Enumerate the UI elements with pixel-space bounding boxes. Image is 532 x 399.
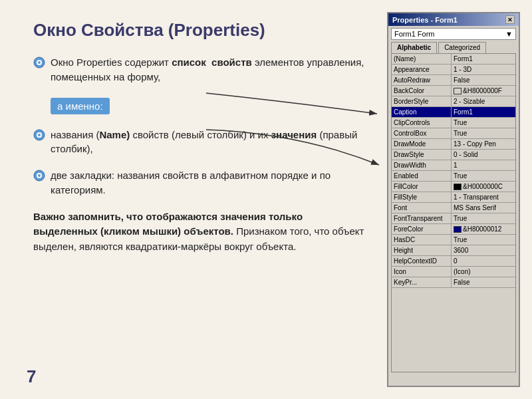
prop-value-cell: 1 [452, 160, 515, 170]
bullet-text-1: Окно Properties содержит список свойств … [51, 55, 367, 84]
color-swatch-icon [454, 88, 462, 94]
prop-value-cell: &H8000000F [452, 86, 515, 96]
bullet-icon-3 [33, 170, 45, 182]
properties-panel: Properties - Form1 ✕ Form1 Form ▼ Alphab… [387, 12, 520, 387]
prop-value-cell: 0 [452, 256, 515, 266]
prop-value-cell: 1 - Transparent [452, 192, 515, 202]
prop-name-cell: DrawStyle [392, 150, 452, 160]
table-row[interactable]: (Name)Form1 [392, 54, 515, 65]
table-row[interactable]: Height3600 [392, 245, 515, 256]
prop-name-cell: DrawWidth [392, 160, 452, 170]
prop-name-cell: FontTransparent [392, 213, 452, 223]
prop-name-cell: FillStyle [392, 192, 452, 202]
prop-value-cell: True [452, 118, 515, 128]
table-row[interactable]: ControlBoxTrue [392, 128, 515, 139]
table-row[interactable]: BorderStyle2 - Sizable [392, 96, 515, 107]
page-number: 7 [27, 366, 36, 387]
prop-value-cell: Form1 [452, 107, 515, 117]
prop-name-cell: BackColor [392, 86, 452, 96]
svg-point-2 [38, 61, 41, 64]
prop-name-cell: Font [392, 203, 452, 213]
prop-value-cell: 3600 [452, 245, 515, 255]
table-row[interactable]: FillColor&H0000000C [392, 182, 515, 192]
table-row[interactable]: DrawWidth1 [392, 160, 515, 171]
bullet-item-1: Окно Properties содержит список свойств … [33, 55, 367, 84]
prop-name-cell: Caption [392, 107, 452, 117]
prop-name-cell: HasDC [392, 235, 452, 245]
prop-name-cell: Height [392, 245, 452, 255]
prop-name-cell: AutoRedraw [392, 75, 452, 85]
table-row[interactable]: Appearance1 - 3D [392, 65, 515, 75]
table-row[interactable]: CaptionForm1 [392, 107, 515, 118]
prop-name-cell: FillColor [392, 182, 452, 192]
prop-name-cell: BorderStyle [392, 96, 452, 106]
table-row[interactable]: HelpContextID0 [392, 256, 515, 267]
table-row[interactable]: Icon(Icon) [392, 267, 515, 277]
table-row[interactable]: DrawMode13 - Copy Pen [392, 139, 515, 150]
svg-point-5 [38, 134, 41, 136]
object-selector-text: Form1 Form [394, 30, 435, 38]
prop-value-cell: True [452, 128, 515, 138]
highlight-bar: а именно: [51, 98, 110, 114]
table-row[interactable]: DrawStyle0 - Solid [392, 150, 515, 160]
tab-categorized[interactable]: Categorized [438, 42, 486, 53]
highlight-bar-container: а именно: [51, 96, 367, 116]
table-row[interactable]: AutoRedrawFalse [392, 75, 515, 86]
properties-title: Properties - Form1 [392, 16, 458, 24]
prop-value-cell: 2 - Sizable [452, 96, 515, 106]
table-row[interactable]: EnabledTrue [392, 171, 515, 182]
bullet-item-3: две закладки: названия свойств в алфавит… [33, 168, 367, 198]
prop-value-cell: Form1 [452, 54, 515, 64]
tab-alphabetic[interactable]: Alphabetic [391, 42, 437, 53]
prop-value-cell: True [452, 171, 515, 181]
prop-value-cell: &H0000000C [452, 182, 515, 192]
prop-name-cell: DrawMode [392, 139, 452, 149]
table-row[interactable]: ForeColor&H80000012 [392, 224, 515, 235]
color-swatch-icon [454, 184, 462, 190]
prop-name-cell: KeyPr... [392, 277, 452, 287]
prop-value-cell: True [452, 235, 515, 245]
prop-value-cell: False [452, 277, 515, 287]
prop-value-cell: True [452, 213, 515, 223]
close-button[interactable]: ✕ [505, 15, 515, 24]
table-row[interactable]: FillStyle1 - Transparent [392, 192, 515, 203]
prop-value-cell: 0 - Solid [452, 150, 515, 160]
prop-value-cell: (Icon) [452, 267, 515, 277]
properties-table: (Name)Form1Appearance1 - 3DAutoRedrawFal… [391, 53, 516, 372]
bullet-item-2: названия (Name) свойств (левый столбик) … [33, 128, 367, 157]
content-area: Окно Свойства (Properties) Окно Properti… [0, 0, 387, 399]
prop-name-cell: Appearance [392, 65, 452, 74]
prop-name-cell: (Name) [392, 54, 452, 64]
bullet-text-3: две закладки: названия свойств в алфавит… [51, 168, 367, 198]
object-selector[interactable]: Form1 Form ▼ [391, 28, 516, 40]
important-text: Важно запомнить, что отображаются значен… [33, 209, 367, 255]
bullet-icon-1 [33, 57, 45, 68]
prop-value-cell: &H80000012 [452, 224, 515, 234]
svg-point-8 [38, 174, 41, 177]
table-row[interactable]: BackColor&H8000000F [392, 86, 515, 96]
color-swatch-icon [454, 226, 462, 233]
titlebar-buttons: ✕ [505, 15, 515, 24]
prop-value-cell: 1 - 3D [452, 65, 515, 74]
table-row[interactable]: HasDCTrue [392, 235, 515, 245]
prop-name-cell: Enabled [392, 171, 452, 181]
prop-name-cell: ClipControls [392, 118, 452, 128]
dropdown-arrow-icon[interactable]: ▼ [505, 30, 513, 38]
prop-value-cell: 13 - Copy Pen [452, 139, 515, 149]
table-row[interactable]: KeyPr...False [392, 277, 515, 288]
page-title: Окно Свойства (Properties) [33, 20, 367, 41]
properties-titlebar: Properties - Form1 ✕ [388, 13, 519, 26]
prop-name-cell: HelpContextID [392, 256, 452, 266]
table-row[interactable]: FontMS Sans Serif [392, 203, 515, 213]
prop-name-cell: Icon [392, 267, 452, 277]
bullet-text-2: названия (Name) свойств (левый столбик) … [51, 128, 367, 157]
table-row[interactable]: FontTransparentTrue [392, 213, 515, 224]
prop-value-cell: False [452, 75, 515, 85]
prop-value-cell: MS Sans Serif [452, 203, 515, 213]
properties-tabs: Alphabetic Categorized [391, 42, 516, 53]
bullet-icon-2 [33, 129, 45, 141]
main-container: Окно Свойства (Properties) Окно Properti… [0, 0, 532, 399]
prop-name-cell: ControlBox [392, 128, 452, 138]
prop-name-cell: ForeColor [392, 224, 452, 234]
table-row[interactable]: ClipControlsTrue [392, 118, 515, 128]
